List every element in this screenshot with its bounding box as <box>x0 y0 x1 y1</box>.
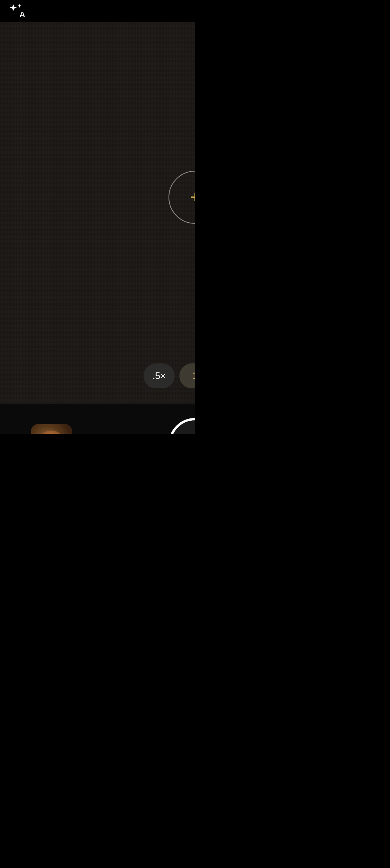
viewfinder[interactable]: + .5× 1 2 <box>0 22 195 404</box>
night-sight-sparkles-icon <box>183 433 195 434</box>
svg-text:A: A <box>20 10 25 19</box>
zoom-1x-button[interactable]: 1 <box>179 363 195 388</box>
thumbnail-image <box>31 424 72 434</box>
auto-flash-icon[interactable]: A <box>9 3 27 19</box>
focus-ring: + <box>168 171 195 224</box>
camera-controls <box>0 404 195 434</box>
zoom-05x-button[interactable]: .5× <box>144 363 175 388</box>
shutter-button[interactable] <box>168 418 195 434</box>
bottom-area: Portrait Photo Night Sight Panorama <box>0 404 195 434</box>
zoom-controls: .5× 1 2 <box>144 363 195 388</box>
status-bar: A <box>0 0 195 22</box>
focus-cross: + <box>190 189 195 206</box>
last-photo-thumbnail[interactable] <box>31 424 72 434</box>
